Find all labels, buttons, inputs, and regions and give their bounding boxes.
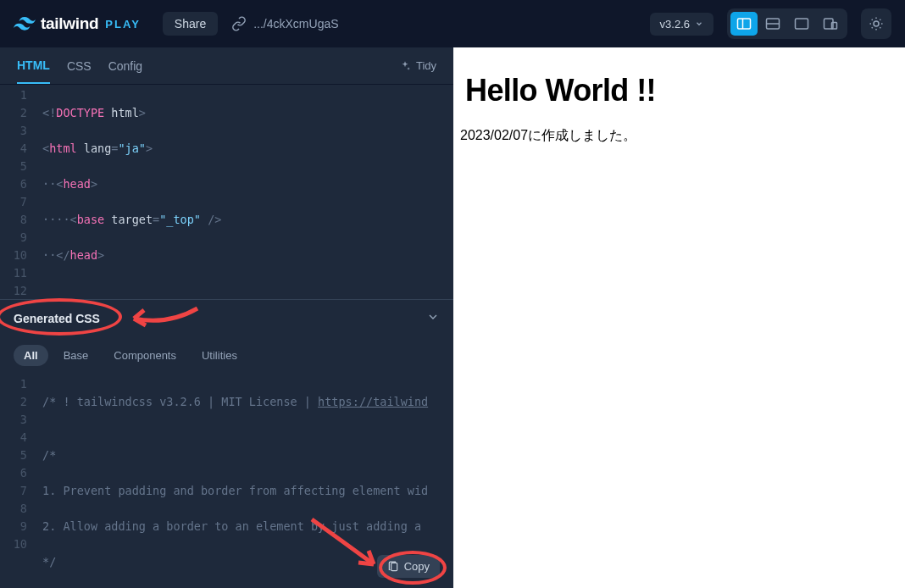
- top-bar: tailwind PLAY Share .../4ckXcmUgaS v3.2.…: [0, 0, 905, 47]
- logo[interactable]: tailwind PLAY: [14, 14, 141, 33]
- sun-icon: [869, 16, 884, 31]
- theme-toggle-button[interactable]: [861, 8, 891, 39]
- left-panel: HTML CSS Config Tidy 12345678910111213 <…: [0, 47, 453, 588]
- url-display[interactable]: .../4ckXcmUgaS: [231, 16, 338, 31]
- css-gutter: 12345678910: [0, 374, 42, 588]
- link-icon: [231, 16, 247, 31]
- svg-rect-0: [738, 19, 751, 29]
- preview-pane: Hello World !! 2023/02/07に作成しました。: [453, 47, 905, 588]
- css-tab-utilities[interactable]: Utilities: [192, 345, 247, 366]
- copy-button[interactable]: Copy: [377, 555, 440, 578]
- layout-preview-button[interactable]: [788, 12, 815, 36]
- css-tab-components[interactable]: Components: [103, 345, 186, 366]
- svg-line-14: [872, 27, 873, 28]
- generated-css-title: Generated CSS: [14, 312, 100, 325]
- css-tab-base[interactable]: Base: [53, 345, 99, 366]
- chevron-down-icon: [695, 19, 703, 28]
- css-filter-tabs: All Base Components Utilities: [0, 336, 453, 374]
- clipboard-icon: [387, 561, 399, 573]
- layout-responsive-button[interactable]: [817, 12, 844, 36]
- svg-point-7: [874, 21, 879, 26]
- preview-paragraph: 2023/02/07に作成しました。: [460, 127, 898, 145]
- chevron-down-icon: [426, 310, 440, 327]
- svg-line-11: [880, 27, 880, 28]
- html-editor[interactable]: 12345678910111213 <!DOCTYPE html> <html …: [0, 85, 453, 299]
- code-area[interactable]: <!DOCTYPE html> <html lang="ja"> ··<head…: [42, 85, 453, 299]
- layout-split-horizontal-button[interactable]: [759, 12, 786, 36]
- version-button[interactable]: v3.2.6: [650, 13, 713, 36]
- tailwind-logo-icon: [14, 16, 36, 31]
- preview-heading: Hello World !!: [465, 73, 893, 108]
- brand-suffix: PLAY: [105, 18, 140, 31]
- editor-tabs: HTML CSS Config Tidy: [0, 47, 453, 85]
- tab-config[interactable]: Config: [108, 49, 142, 83]
- css-editor-wrap: 12345678910 /* ! tailwindcss v3.2.6 | MI…: [0, 374, 453, 588]
- url-path: .../4ckXcmUgaS: [253, 17, 338, 31]
- annotation-arrow-1: [125, 300, 202, 334]
- layout-split-vertical-button[interactable]: [730, 12, 758, 36]
- svg-rect-4: [796, 19, 808, 29]
- svg-rect-16: [391, 563, 397, 570]
- tidy-button[interactable]: Tidy: [399, 59, 436, 72]
- css-tab-all[interactable]: All: [14, 345, 48, 366]
- layout-switcher: [727, 8, 847, 39]
- main-area: HTML CSS Config Tidy 12345678910111213 <…: [0, 47, 905, 588]
- generated-css-header[interactable]: Generated CSS: [0, 299, 453, 336]
- tab-html[interactable]: HTML: [17, 48, 50, 84]
- share-button[interactable]: Share: [163, 12, 218, 36]
- svg-line-15: [880, 19, 880, 20]
- sparkle-icon: [399, 60, 411, 72]
- svg-line-10: [872, 19, 873, 20]
- line-gutter: 12345678910111213: [0, 85, 42, 299]
- tab-css[interactable]: CSS: [67, 49, 92, 83]
- brand-text: tailwind: [41, 14, 98, 33]
